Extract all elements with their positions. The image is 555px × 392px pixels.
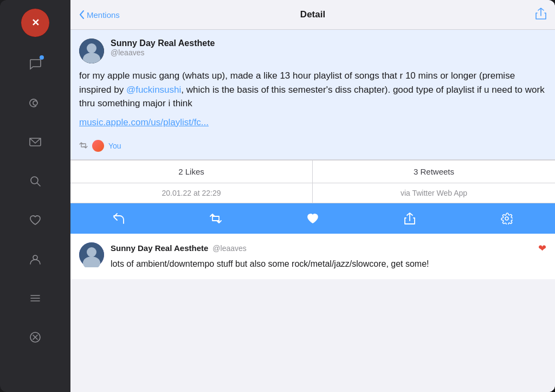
back-button[interactable]: Mentions [79, 10, 120, 20]
sidebar-item-profile[interactable] [23, 247, 47, 271]
retweets-stat[interactable]: 3 Retweets [313, 160, 555, 183]
tweet-apple-music-link[interactable]: music.apple.com/us/playlist/fc... [79, 117, 546, 128]
svg-point-6 [33, 255, 37, 260]
page-title: Detail [300, 9, 325, 20]
tweet-date: 20.01.22 at 22:29 [70, 183, 313, 203]
sidebar: ✕ [0, 0, 70, 392]
retweet-user-avatar [92, 140, 104, 152]
retweet-user-label: You [108, 142, 121, 150]
tweet-author-name: Sunny Day Real Aesthete [111, 38, 215, 48]
tweet-avatar[interactable] [79, 38, 104, 63]
share-button[interactable] [535, 8, 546, 22]
svg-point-14 [87, 43, 96, 53]
content-area: Sunny Day Real Aesthete @leaaves for my … [70, 30, 555, 392]
sidebar-navigation [0, 52, 70, 349]
sidebar-item-search[interactable] [23, 169, 47, 193]
reply-author-handle: @leaaves [212, 244, 246, 253]
reply-tweet: Sunny Day Real Aesthete @leaaves ❤ lots … [70, 234, 555, 279]
sidebar-item-likes[interactable] [23, 208, 47, 232]
svg-line-5 [37, 183, 41, 187]
sidebar-item-mail[interactable] [23, 130, 47, 154]
share-action-button[interactable] [398, 209, 422, 228]
date-bar: 20.01.22 at 22:29 via Twitter Web App [70, 183, 555, 203]
likes-stat[interactable]: 2 Likes [70, 160, 313, 183]
sidebar-item-close[interactable] [23, 325, 47, 349]
back-label: Mentions [87, 10, 120, 20]
sidebar-item-messages[interactable] [23, 52, 47, 76]
retweet-button[interactable] [204, 209, 228, 228]
tweet-mention-link[interactable]: @fuckinsushi [126, 85, 181, 95]
tweet-body: for my apple music gang (whats up), made… [79, 69, 546, 111]
reply-tweet-header: Sunny Day Real Aesthete @leaaves ❤ [111, 242, 546, 254]
tweet-source: via Twitter Web App [313, 183, 555, 203]
reply-button[interactable] [107, 209, 131, 228]
action-bar [70, 203, 555, 234]
reply-liked-indicator: ❤ [538, 242, 546, 254]
tweet-header: Sunny Day Real Aesthete @leaaves [79, 38, 546, 63]
sidebar-item-mentions[interactable] [23, 91, 47, 115]
svg-text:✕: ✕ [31, 17, 40, 28]
svg-point-18 [87, 247, 96, 257]
stats-bar: 2 Likes 3 Retweets [70, 160, 555, 183]
titlebar: Mentions Detail [70, 0, 555, 30]
titlebar-actions [535, 8, 546, 22]
reply-tweet-avatar[interactable] [79, 242, 104, 267]
settings-button[interactable] [495, 209, 519, 228]
like-button[interactable] [301, 209, 325, 228]
reply-tweet-body: lots of ambient/downtempo stuff but also… [111, 258, 546, 271]
tweet-author-handle: @leaaves [111, 48, 215, 57]
main-tweet: Sunny Day Real Aesthete @leaaves for my … [70, 30, 555, 160]
messages-badge [40, 55, 44, 60]
sidebar-item-lists[interactable] [23, 286, 47, 310]
retweet-row: You [79, 134, 546, 159]
reply-tweet-content: Sunny Day Real Aesthete @leaaves ❤ lots … [111, 242, 546, 271]
reply-author-name: Sunny Day Real Aesthete [111, 243, 208, 253]
tweet-user-info: Sunny Day Real Aesthete @leaaves [111, 38, 215, 57]
svg-point-16 [505, 217, 508, 220]
sidebar-avatar[interactable]: ✕ [21, 9, 49, 37]
retweet-icon [79, 141, 88, 151]
main-panel: Mentions Detail [70, 0, 555, 392]
